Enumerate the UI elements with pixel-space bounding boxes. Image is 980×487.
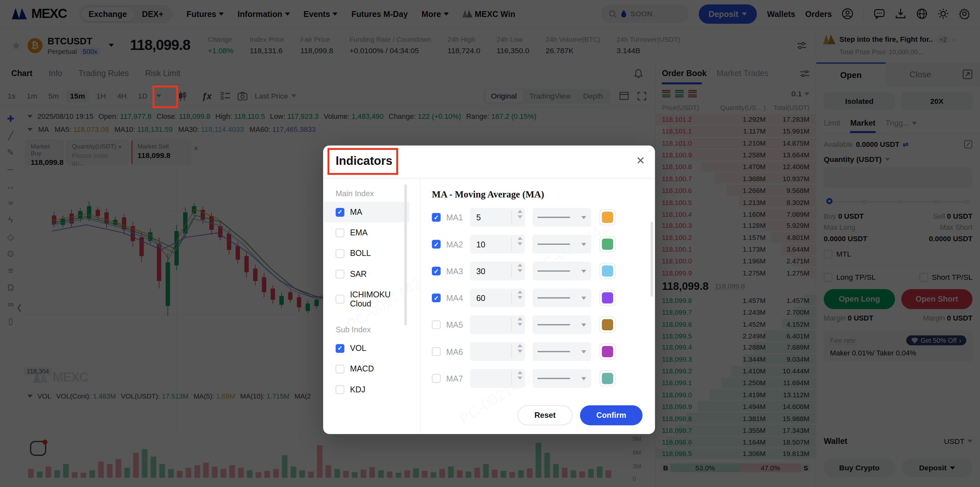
confirm-button[interactable]: Confirm	[580, 405, 643, 425]
step-down-icon[interactable]	[517, 296, 522, 299]
ma-setting-row-ma5: MA5	[432, 315, 655, 334]
step-up-icon[interactable]	[517, 263, 522, 267]
indicator-item-sar[interactable]: SAR	[323, 263, 409, 284]
checkbox[interactable]	[336, 385, 344, 394]
ma-setting-row-ma4: ✓MA460	[432, 289, 655, 307]
period-input[interactable]: 10	[470, 235, 525, 253]
list-scrollbar[interactable]	[404, 184, 407, 428]
step-down-icon[interactable]	[517, 350, 522, 353]
chevron-down-icon	[581, 270, 586, 273]
ma-setting-row-ma1: ✓MA15	[432, 208, 655, 227]
step-down-icon[interactable]	[517, 216, 522, 219]
checkbox[interactable]	[336, 228, 344, 237]
color-swatch[interactable]	[600, 236, 616, 252]
checkbox[interactable]	[432, 347, 441, 356]
period-input[interactable]	[470, 315, 525, 334]
settings-heading: MA - Moving Average (MA)	[432, 189, 655, 200]
color-swatch[interactable]	[600, 370, 616, 387]
indicator-item-boll[interactable]: BOLL	[323, 243, 409, 263]
indicator-item-ichimoku-cloud[interactable]: ICHIMOKU Cloud	[323, 284, 409, 314]
indicators-modal: PC-0021442 PC-0021442 PC-0021442 Indicat…	[323, 146, 655, 434]
line-style-select[interactable]	[533, 208, 591, 227]
checkbox[interactable]: ✓	[336, 344, 344, 352]
color-swatch[interactable]	[600, 263, 616, 279]
app-window: MEXC Exchange DEX+ Futures Information E…	[0, 0, 980, 487]
ma-setting-row-ma6: MA6	[432, 342, 655, 361]
period-input[interactable]: 30	[470, 262, 525, 281]
period-input[interactable]	[470, 342, 525, 361]
settings-scrollbar[interactable]	[651, 222, 653, 297]
chevron-down-icon	[581, 323, 586, 327]
color-swatch[interactable]	[600, 290, 616, 306]
step-up-icon[interactable]	[517, 371, 522, 374]
step-up-icon[interactable]	[517, 344, 522, 347]
period-input[interactable]: 60	[470, 289, 525, 307]
indicator-item-ma[interactable]: ✓MA	[323, 202, 409, 222]
indicator-item-macd[interactable]: MACD	[323, 359, 409, 379]
chevron-down-icon	[581, 216, 586, 219]
line-style-select[interactable]	[533, 289, 591, 307]
checkbox[interactable]: ✓	[432, 240, 441, 249]
step-down-icon[interactable]	[517, 242, 522, 246]
sub-index-label: Sub Index	[336, 325, 409, 334]
indicator-settings: MA - Moving Average (MA) ✓MA15✓MA210✓MA3…	[421, 178, 655, 434]
indicator-list: Main Index ✓MAEMABOLLSARICHIMOKU Cloud S…	[323, 178, 409, 434]
step-down-icon[interactable]	[517, 377, 522, 380]
line-style-select[interactable]	[533, 262, 591, 281]
step-down-icon[interactable]	[517, 269, 522, 273]
checkbox[interactable]	[336, 364, 344, 373]
indicator-item-kdj[interactable]: KDJ	[323, 379, 409, 400]
line-style-select[interactable]	[533, 235, 591, 253]
ma-setting-row-ma7: MA7	[432, 369, 655, 388]
chevron-down-icon	[581, 350, 586, 353]
period-input[interactable]: 5	[470, 208, 525, 227]
close-icon[interactable]: ✕	[636, 154, 645, 167]
checkbox[interactable]	[336, 249, 344, 257]
line-style-select[interactable]	[533, 342, 591, 361]
ma-setting-row-ma3: ✓MA330	[432, 262, 655, 281]
checkbox[interactable]	[432, 374, 441, 383]
line-style-select[interactable]	[533, 369, 591, 388]
annotation-box-modal-title	[328, 148, 398, 174]
step-down-icon[interactable]	[517, 323, 522, 326]
step-up-icon[interactable]	[517, 290, 522, 294]
checkbox[interactable]	[336, 270, 344, 278]
step-up-icon[interactable]	[517, 317, 522, 320]
indicator-item-vol[interactable]: ✓VOL	[323, 338, 409, 359]
step-up-icon[interactable]	[517, 210, 522, 213]
checkbox[interactable]: ✓	[336, 208, 344, 216]
annotation-box-fx-icon	[153, 86, 178, 108]
line-style-select[interactable]	[533, 315, 591, 334]
color-swatch[interactable]	[600, 209, 616, 225]
period-input[interactable]	[470, 369, 525, 388]
checkbox[interactable]: ✓	[432, 293, 441, 302]
checkbox[interactable]: ✓	[432, 267, 441, 276]
reset-button[interactable]: Reset	[517, 405, 572, 425]
checkbox[interactable]	[336, 295, 344, 303]
main-index-label: Main Index	[336, 189, 409, 198]
indicator-item-ema[interactable]: EMA	[323, 222, 409, 243]
chevron-down-icon	[581, 243, 586, 246]
color-swatch[interactable]	[600, 343, 616, 360]
color-swatch[interactable]	[600, 317, 616, 333]
chevron-down-icon	[581, 377, 586, 380]
modal-footer: Reset Confirm	[517, 405, 643, 425]
chevron-down-icon	[581, 297, 586, 300]
ma-setting-row-ma2: ✓MA210	[432, 235, 655, 253]
step-up-icon[interactable]	[517, 236, 522, 240]
checkbox[interactable]	[432, 320, 441, 329]
checkbox[interactable]: ✓	[432, 213, 441, 222]
